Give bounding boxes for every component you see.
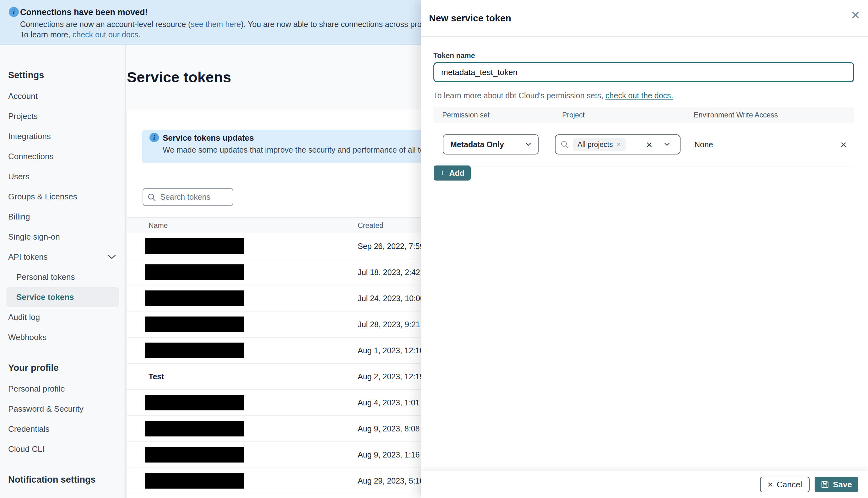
- check-docs-link[interactable]: check out our docs.: [73, 30, 141, 39]
- banner-title: Connections have been moved!: [20, 8, 148, 17]
- token-name-input[interactable]: [433, 62, 854, 82]
- sidebar-item-audit-log[interactable]: Audit log: [0, 307, 125, 327]
- table-row[interactable]: Test Aug 2, 2023, 12:19 PM P: [127, 364, 446, 390]
- sidebar-item-groups-licenses[interactable]: Groups & Licenses: [0, 186, 125, 207]
- see-them-here-link[interactable]: see them here: [190, 20, 241, 29]
- table-row[interactable]: Aug 29, 2023, 5:10 AM P: [127, 468, 446, 494]
- redacted-name: [145, 473, 244, 488]
- sidebar-item-users[interactable]: Users: [0, 167, 125, 186]
- sidebar-item-api-tokens[interactable]: API tokens: [0, 247, 125, 267]
- column-header-created: Created: [358, 218, 383, 234]
- redacted-name: [145, 447, 244, 462]
- info-icon: i: [149, 133, 159, 142]
- sidebar-item-projects[interactable]: Projects: [0, 106, 125, 126]
- permission-row: Metadata Only All projects × × None: [433, 123, 854, 167]
- sidebar-item-password-security[interactable]: Password & Security: [0, 399, 125, 419]
- redacted-name: [145, 238, 244, 254]
- drawer-body: Token name To learn more about dbt Cloud…: [421, 37, 868, 471]
- permission-docs-line: To learn more about dbt Cloud's permissi…: [433, 91, 673, 100]
- sidebar-heading-settings: Settings: [0, 64, 125, 86]
- service-tokens-card: i Service tokens updates We made some up…: [127, 109, 446, 498]
- permission-set-select[interactable]: Metadata Only: [443, 134, 539, 155]
- project-chip-label: All projects: [578, 140, 613, 149]
- drawer-footer: × Cancel Save: [421, 471, 868, 498]
- sidebar-item-cloud-cli[interactable]: Cloud CLI: [0, 439, 125, 459]
- column-header-permission-set: Permission set: [442, 107, 490, 123]
- banner-footer: To learn more, check out our docs.: [20, 30, 141, 39]
- table-row[interactable]: Aug 1, 2023, 12:10 PM P: [127, 338, 446, 364]
- table-row[interactable]: Jul 18, 2023, 2:42 PM P: [127, 259, 446, 285]
- sidebar-item-personal-profile[interactable]: Personal profile: [0, 379, 125, 399]
- notice-title: Service tokens updates: [163, 133, 254, 143]
- page-title: Service tokens: [127, 68, 231, 86]
- sidebar-item-personal-tokens[interactable]: Personal tokens: [0, 267, 125, 287]
- sidebar-item-single-sign-on[interactable]: Single sign-on: [0, 227, 125, 247]
- redacted-name: [145, 395, 244, 410]
- search-tokens-box[interactable]: [143, 188, 233, 206]
- table-row[interactable]: Aug 9, 2023, 8:08 AM P: [127, 416, 446, 442]
- token-name-cell: Test: [148, 364, 164, 390]
- remove-row-icon[interactable]: ×: [840, 134, 847, 155]
- permissions-table-header: Permission set Project Environment Write…: [433, 107, 854, 123]
- drawer-header: New service token ×: [421, 0, 868, 37]
- sidebar-item-account[interactable]: Account: [0, 86, 125, 106]
- project-chip[interactable]: All projects ×: [573, 138, 626, 151]
- sidebar-heading-notification-settings: Notification settings: [0, 469, 125, 490]
- clear-selection-icon[interactable]: ×: [646, 139, 652, 150]
- column-header-project: Project: [562, 107, 585, 123]
- save-button[interactable]: Save: [815, 477, 858, 492]
- settings-sidebar: Settings Account Projects Integrations C…: [0, 44, 126, 498]
- tokens-table-header: Name Created: [127, 217, 446, 233]
- cancel-button[interactable]: × Cancel: [760, 477, 810, 492]
- column-header-env-write-access: Environment Write Access: [694, 107, 778, 123]
- new-service-token-drawer: New service token × Token name To learn …: [421, 0, 868, 498]
- sidebar-item-connections[interactable]: Connections: [0, 146, 125, 167]
- sidebar-item-billing[interactable]: Billing: [0, 207, 125, 227]
- close-icon[interactable]: ×: [851, 8, 860, 23]
- close-icon: ×: [767, 480, 773, 489]
- table-row[interactable]: Jul 24, 2023, 10:00 AM: [127, 285, 446, 312]
- chevron-down-icon[interactable]: [664, 143, 670, 146]
- redacted-name: [145, 290, 244, 306]
- notice-body: We made some updates that improve the se…: [163, 145, 444, 155]
- redacted-name: [145, 264, 244, 280]
- token-name-label: Token name: [433, 52, 475, 60]
- tokens-table-body: Sep 26, 2022, 7:59 AM P Jul 18, 2023, 2:…: [127, 233, 446, 498]
- chevron-down-icon: [525, 143, 531, 146]
- table-row[interactable]: Sep 26, 2022, 7:59 AM P: [127, 233, 446, 259]
- search-tokens-input[interactable]: [159, 192, 228, 202]
- redacted-name: [145, 421, 244, 436]
- chip-remove-icon[interactable]: ×: [616, 141, 621, 148]
- table-row[interactable]: Jul 28, 2023, 9:21 AM P: [127, 312, 446, 338]
- table-row[interactable]: Aug 4, 2023, 1:01 PM P: [127, 390, 446, 416]
- redacted-name: [145, 343, 244, 358]
- project-multiselect[interactable]: All projects × ×: [555, 134, 681, 155]
- sidebar-item-credentials[interactable]: Credentials: [0, 419, 125, 439]
- banner-body-prefix: Connections are now an account-level res…: [20, 20, 190, 29]
- check-out-docs-link[interactable]: check out the docs.: [605, 91, 673, 100]
- service-tokens-updates-notice: i Service tokens updates We made some up…: [142, 130, 446, 163]
- search-icon: [148, 193, 156, 201]
- sidebar-item-integrations[interactable]: Integrations: [0, 126, 125, 146]
- save-icon: [821, 481, 829, 488]
- sidebar-item-service-tokens[interactable]: Service tokens: [6, 287, 119, 307]
- banner-footer-prefix: To learn more,: [20, 30, 73, 39]
- drawer-title: New service token: [429, 13, 511, 24]
- env-write-access-value: None: [694, 134, 713, 155]
- chevron-down-icon: [108, 254, 116, 259]
- add-button[interactable]: + Add: [434, 166, 471, 181]
- sidebar-heading-your-profile: Your profile: [0, 357, 125, 379]
- search-icon: [561, 140, 569, 148]
- permission-set-value: Metadata Only: [450, 140, 504, 149]
- plus-icon: +: [440, 168, 446, 178]
- sidebar-item-webhooks[interactable]: Webhooks: [0, 327, 125, 347]
- column-header-name: Name: [148, 218, 168, 234]
- table-row[interactable]: Aug 9, 2023, 1:16 PM P: [127, 442, 446, 468]
- info-icon: i: [9, 7, 19, 17]
- redacted-name: [145, 316, 244, 332]
